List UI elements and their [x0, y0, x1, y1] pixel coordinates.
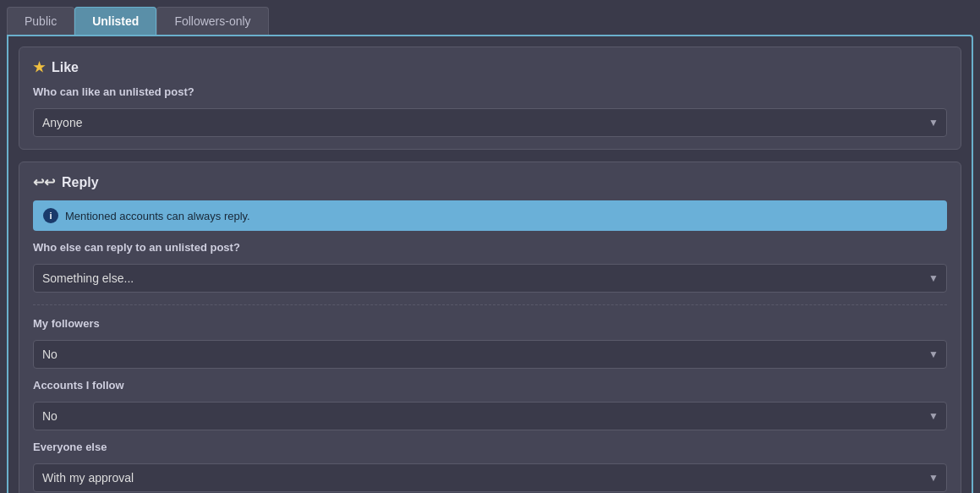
- my-followers-select[interactable]: Yes No: [33, 340, 947, 369]
- everyone-else-field-group: Everyone else Yes No With my approval ▼: [33, 441, 947, 492]
- tab-public[interactable]: Public: [7, 7, 74, 35]
- accounts-i-follow-label: Accounts I follow: [33, 379, 947, 392]
- who-else-select[interactable]: Anyone My followers Accounts I follow No…: [33, 264, 947, 293]
- info-circle-icon: i: [43, 208, 58, 223]
- like-field-group: Who can like an unlisted post? Anyone My…: [33, 85, 947, 137]
- main-content-area: ★ Like Who can like an unlisted post? An…: [7, 35, 973, 493]
- accounts-i-follow-select[interactable]: Yes No: [33, 402, 947, 430]
- who-else-label: Who else can reply to an unlisted post?: [33, 241, 947, 254]
- who-else-field-group: Who else can reply to an unlisted post? …: [33, 241, 947, 293]
- everyone-else-select[interactable]: Yes No With my approval: [33, 463, 947, 492]
- everyone-else-select-wrapper: Yes No With my approval ▼: [33, 463, 947, 492]
- my-followers-label: My followers: [33, 317, 947, 330]
- my-followers-field-group: My followers Yes No ▼: [33, 317, 947, 369]
- reply-section-header: ↩↩ Reply: [33, 174, 947, 190]
- like-select[interactable]: Anyone My followers Accounts I follow No…: [33, 108, 947, 137]
- who-else-select-wrapper: Anyone My followers Accounts I follow No…: [33, 264, 947, 293]
- info-banner: i Mentioned accounts can always reply.: [33, 200, 947, 231]
- sub-fields-container: My followers Yes No ▼ Accounts I follow …: [33, 317, 947, 492]
- section-divider: [33, 304, 947, 305]
- like-select-wrapper: Anyone My followers Accounts I follow No…: [33, 108, 947, 137]
- like-section-header: ★ Like: [33, 59, 947, 75]
- star-icon: ★: [33, 59, 45, 75]
- reply-section-title: Reply: [62, 175, 99, 190]
- accounts-i-follow-select-wrapper: Yes No ▼: [33, 402, 947, 430]
- info-banner-text: Mentioned accounts can always reply.: [65, 210, 250, 222]
- everyone-else-label: Everyone else: [33, 441, 947, 453]
- reply-icon: ↩↩: [33, 174, 55, 190]
- like-section-title: Like: [52, 60, 79, 75]
- like-field-label: Who can like an unlisted post?: [33, 85, 947, 98]
- like-section: ★ Like Who can like an unlisted post? An…: [19, 47, 961, 150]
- my-followers-select-wrapper: Yes No ▼: [33, 340, 947, 369]
- reply-section: ↩↩ Reply i Mentioned accounts can always…: [19, 162, 961, 493]
- tab-unlisted[interactable]: Unlisted: [74, 7, 156, 35]
- tab-followers-only[interactable]: Followers-only: [156, 7, 268, 35]
- accounts-i-follow-field-group: Accounts I follow Yes No ▼: [33, 379, 947, 430]
- tab-bar: Public Unlisted Followers-only: [7, 7, 973, 35]
